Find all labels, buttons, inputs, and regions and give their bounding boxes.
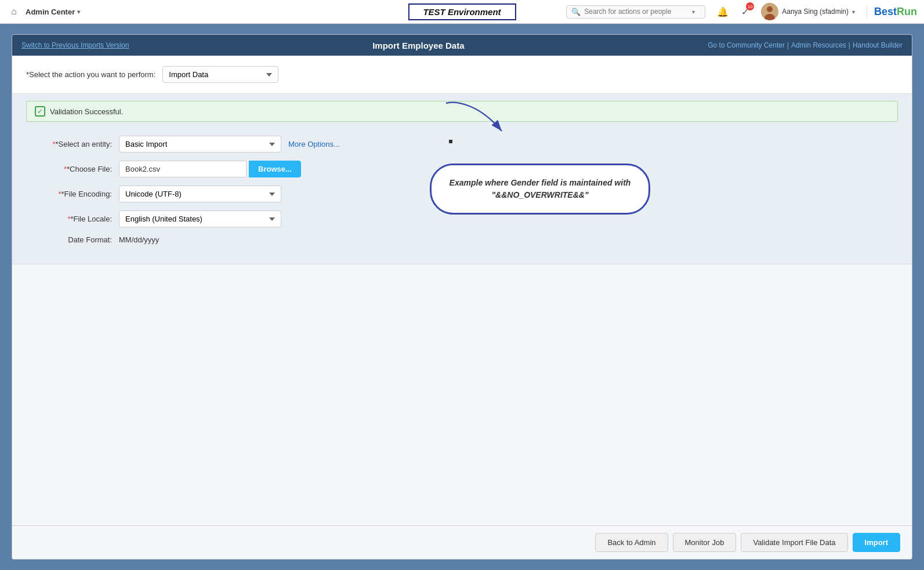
main-wrapper: Switch to Previous Imports Version Impor… [0, 24, 924, 570]
file-label-text: *Choose File: [67, 165, 112, 173]
community-center-link[interactable]: Go to Community Center [708, 41, 785, 49]
search-icon: 🔍 [571, 8, 581, 16]
encoding-label: **File Encoding: [26, 190, 119, 198]
locale-select[interactable]: English (United States) English (UK) Fre… [119, 210, 281, 227]
separator-1: | [787, 41, 789, 49]
speech-bubble: Example where Gender field is maintained… [430, 164, 650, 215]
user-chevron-icon: ▾ [852, 9, 855, 15]
company-logo: BestRun [867, 6, 917, 18]
import-button[interactable]: Import [853, 533, 900, 552]
home-icon[interactable]: ⌂ [7, 5, 21, 19]
footer-buttons: Back to Admin Monitor Job Validate Impor… [12, 525, 912, 559]
action-form-row: *Select the action you want to perform: … [26, 66, 898, 83]
notifications-icon[interactable]: 🔔 [715, 3, 731, 20]
inner-top-bar: Switch to Previous Imports Version Impor… [12, 35, 912, 56]
search-input[interactable] [584, 8, 689, 16]
file-input-group: Browse... [119, 161, 301, 177]
top-navigation: ⌂ Admin Center ▾ TEST Environment 🔍 ▾ 🔔 … [0, 0, 924, 24]
nav-icon-group: 🔔 ✓ 10 Aanya Sing (sfadmin) ▾ [715, 3, 855, 20]
admin-resources-link[interactable]: Admin Resources [791, 41, 846, 49]
date-format-row: Date Format: MM/dd/yyyy [26, 235, 898, 244]
search-bar[interactable]: 🔍 ▾ [566, 5, 705, 19]
admin-center-chevron-icon: ▾ [77, 9, 80, 15]
date-format-label: Date Format: [26, 235, 119, 244]
check-icon: ✓ [35, 106, 45, 117]
content-box: Switch to Previous Imports Version Impor… [12, 34, 912, 560]
validation-message: Validation Successful. [50, 107, 123, 116]
user-name-label: Aanya Sing (sfadmin) [782, 8, 849, 16]
encoding-label-text: *File Encoding: [61, 190, 112, 198]
logo-run: Run [897, 6, 917, 17]
locale-label: **File Locale: [26, 215, 119, 223]
handout-builder-link[interactable]: Handout Builder [853, 41, 903, 49]
test-env-label: TEST Environment [423, 7, 501, 17]
encoding-select[interactable]: Unicode (UTF-8) UTF-16 ASCII [119, 186, 281, 202]
speech-bubble-arrow [441, 97, 511, 137]
fields-section: **Select an entity: Basic Import User Da… [12, 129, 912, 264]
action-label: *Select the action you want to perform: [26, 70, 155, 79]
avatar [761, 3, 778, 20]
switch-prev-link[interactable]: Switch to Previous Imports Version [21, 41, 129, 49]
speech-bubble-container: Example where Gender field is maintained… [430, 129, 650, 215]
action-select[interactable]: Import Data Export Data Update Data [162, 66, 278, 83]
locale-label-text: *File Locale: [70, 215, 112, 223]
entity-select[interactable]: Basic Import User Data Import Organizati… [119, 136, 281, 153]
logo-best: Best [874, 6, 897, 17]
file-label: **Choose File: [26, 165, 119, 173]
browse-button[interactable]: Browse... [249, 161, 301, 177]
separator-2: | [849, 41, 850, 49]
speech-bubble-text: Example where Gender field is maintained… [450, 178, 631, 199]
admin-center-menu[interactable]: Admin Center ▾ [26, 8, 80, 16]
task-badge: 10 [746, 2, 754, 10]
action-form-section: *Select the action you want to perform: … [12, 56, 912, 94]
page-title: Import Employee Data [129, 41, 708, 50]
monitor-job-button[interactable]: Monitor Job [673, 533, 737, 552]
logo-text: BestRun [874, 6, 917, 18]
svg-point-1 [767, 6, 773, 12]
tasks-icon[interactable]: ✓ 10 [737, 3, 753, 20]
admin-center-label: Admin Center [26, 8, 75, 16]
validate-button[interactable]: Validate Import File Data [741, 533, 847, 552]
entity-label-text: *Select an entity: [55, 140, 112, 148]
file-text-input[interactable] [119, 161, 247, 177]
more-options-link[interactable]: More Options... [288, 140, 340, 148]
top-links: Go to Community Center | Admin Resources… [708, 41, 903, 49]
search-chevron-icon[interactable]: ▾ [692, 9, 695, 15]
entity-label: **Select an entity: [26, 140, 119, 148]
test-environment-badge: TEST Environment [408, 3, 516, 20]
date-format-value: MM/dd/yyyy [119, 235, 159, 244]
user-menu[interactable]: Aanya Sing (sfadmin) ▾ [761, 3, 855, 20]
empty-content-area [12, 264, 912, 525]
back-to-admin-button[interactable]: Back to Admin [595, 533, 668, 552]
